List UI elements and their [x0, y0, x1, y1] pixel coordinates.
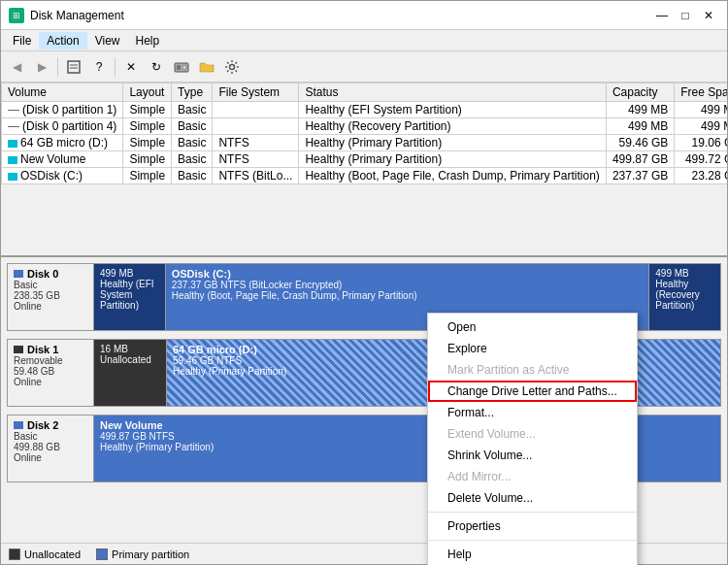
context-menu-item: Extend Volume... [428, 423, 637, 445]
disk-1-status: Online [14, 377, 87, 387]
cell-type: Basic [172, 118, 213, 135]
disk-2-type: Basic [14, 431, 87, 442]
disk-2-size: 499.88 GB [14, 442, 87, 452]
cell-status: Healthy (Boot, Page File, Crash Dump, Pr… [299, 168, 606, 184]
delete-button[interactable]: ✕ [119, 55, 143, 79]
help-button[interactable]: ? [87, 55, 111, 79]
legend-primary: Primary partition [96, 548, 189, 560]
disk-1-size: 59.48 GB [14, 366, 87, 377]
cell-capacity: 499 MB [606, 102, 674, 118]
cell-status: Healthy (Recovery Partition) [299, 118, 606, 135]
toolbar-sep-2 [115, 57, 116, 77]
maximize-button[interactable]: □ [675, 5, 696, 26]
cell-freespace: 19.06 GB [675, 135, 727, 151]
disk-0-color-icon [14, 270, 23, 278]
context-menu-item[interactable]: Open [428, 316, 637, 338]
col-filesystem[interactable]: File System [213, 83, 299, 102]
disk-1-part-1[interactable]: 16 MB Unallocated [94, 340, 167, 406]
legend-unallocated-label: Unallocated [24, 548, 81, 560]
context-menu-item[interactable]: Change Drive Letter and Paths... [428, 381, 637, 402]
cell-type: Basic [172, 151, 213, 168]
cell-type: Basic [172, 102, 213, 118]
cell-fs [213, 118, 299, 135]
cell-layout: Simple [123, 135, 172, 151]
disk-1-color-icon [14, 346, 23, 353]
cell-layout: Simple [123, 102, 172, 118]
disk-2-label: Disk 2 Basic 499.88 GB Online [7, 415, 94, 482]
cell-freespace: 23.28 GB [675, 168, 727, 184]
disk-2-color-icon [14, 421, 23, 429]
cell-layout: Simple [123, 118, 172, 135]
cell-fs: NTFS [213, 135, 299, 151]
table-row[interactable]: OSDisk (C:) Simple Basic NTFS (BitLo... … [2, 168, 728, 184]
cell-freespace: 499 MB [675, 118, 727, 135]
col-status[interactable]: Status [299, 83, 606, 102]
cell-type: Basic [172, 168, 213, 184]
disk-1-label: Disk 1 Removable 59.48 GB Online [7, 339, 94, 407]
context-menu: OpenExploreMark Partition as ActiveChang… [427, 313, 638, 565]
settings-button[interactable] [220, 55, 244, 79]
col-volume[interactable]: Volume [2, 83, 123, 102]
cell-volume: —(Disk 0 partition 4) [2, 118, 123, 135]
refresh-button[interactable]: ↻ [145, 55, 168, 79]
context-menu-item: Mark Partition as Active [428, 359, 637, 381]
cell-fs: NTFS [213, 151, 299, 168]
cell-volume: —(Disk 0 partition 1) [2, 102, 123, 118]
properties-button[interactable] [62, 55, 85, 79]
context-menu-item[interactable]: Format... [428, 402, 637, 423]
col-layout[interactable]: Layout [123, 83, 172, 102]
context-menu-item[interactable]: Delete Volume... [428, 487, 637, 509]
col-freespace[interactable]: Free Space [675, 83, 727, 102]
col-type[interactable]: Type [172, 83, 213, 102]
context-menu-separator [428, 540, 637, 541]
disk-0-size: 238.35 GB [14, 290, 87, 301]
cell-freespace: 499 MB [675, 102, 727, 118]
cell-type: Basic [172, 135, 213, 151]
toolbar-sep-1 [57, 57, 58, 77]
table-row[interactable]: 64 GB micro (D:) Simple Basic NTFS Healt… [2, 135, 728, 151]
svg-rect-4 [177, 65, 181, 70]
context-menu-separator [428, 512, 637, 513]
folder-button[interactable] [195, 55, 218, 79]
legend-unallocated-box [9, 548, 20, 560]
cell-volume: 64 GB micro (D:) [2, 135, 123, 151]
menu-view[interactable]: View [87, 32, 128, 50]
context-menu-item[interactable]: Help [428, 544, 637, 565]
cell-layout: Simple [123, 168, 172, 184]
legend-unallocated: Unallocated [9, 548, 81, 560]
close-button[interactable]: ✕ [698, 5, 719, 26]
disk-2-status: Online [14, 452, 87, 463]
table-row[interactable]: —(Disk 0 partition 4) Simple Basic Healt… [2, 118, 728, 135]
context-menu-item[interactable]: Shrink Volume... [428, 445, 637, 466]
disk-0-status: Online [14, 301, 87, 312]
table-row[interactable]: —(Disk 0 partition 1) Simple Basic Healt… [2, 102, 728, 118]
cell-status: Healthy (Primary Partition) [299, 135, 606, 151]
cell-capacity: 499.87 GB [606, 151, 674, 168]
disk-0-type: Basic [14, 280, 87, 290]
table-row[interactable]: New Volume Simple Basic NTFS Healthy (Pr… [2, 151, 728, 168]
forward-button[interactable]: ▶ [30, 55, 53, 79]
disk-0-part-1[interactable]: 499 MB Healthy (EFI System Partition) [94, 264, 166, 330]
disk-1-type: Removable [14, 355, 87, 366]
minimize-button[interactable]: — [651, 5, 673, 26]
cell-fs: NTFS (BitLo... [213, 168, 299, 184]
cell-volume: New Volume [2, 151, 123, 168]
disk-button[interactable] [170, 55, 193, 79]
cell-freespace: 499.72 GB [675, 151, 727, 168]
legend-primary-box [96, 548, 108, 560]
cell-status: Healthy (EFI System Partition) [299, 102, 606, 118]
context-menu-item[interactable]: Properties [428, 515, 637, 537]
disk-0-name: Disk 0 [27, 268, 58, 280]
svg-point-5 [182, 65, 186, 69]
back-button[interactable]: ◀ [5, 55, 28, 79]
menu-action[interactable]: Action [39, 32, 86, 50]
menu-help[interactable]: Help [128, 32, 168, 50]
disk-0-part-3[interactable]: 499 MB Healthy (Recovery Partition) [649, 264, 720, 330]
context-menu-item[interactable]: Explore [428, 338, 637, 359]
volume-table-container[interactable]: Volume Layout Type File System Status Ca… [1, 83, 727, 257]
legend-primary-label: Primary partition [112, 548, 189, 560]
cell-capacity: 59.46 GB [606, 135, 674, 151]
col-capacity[interactable]: Capacity [606, 83, 674, 102]
menu-file[interactable]: File [5, 32, 39, 50]
app-icon: ⊞ [9, 8, 24, 23]
